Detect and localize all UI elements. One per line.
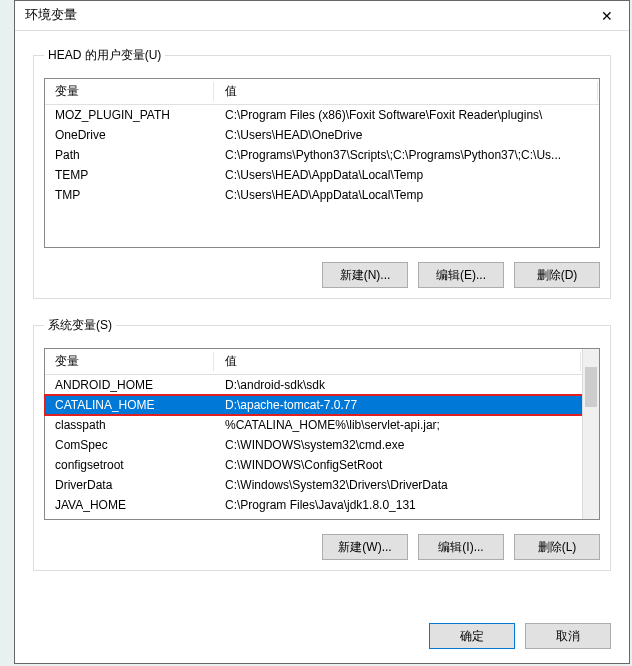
table-row[interactable]: MOZ_PLUGIN_PATHC:\Program Files (x86)\Fo…: [45, 105, 599, 125]
cell-variable: JAVA_HOME: [45, 495, 215, 515]
cell-value: C:\Program Files\Java\jdk1.8.0_131: [215, 495, 582, 515]
cell-value: D:\apache-tomcat-7.0.77: [215, 395, 582, 415]
ok-button[interactable]: 确定: [429, 623, 515, 649]
table-row[interactable]: ANDROID_HOMED:\android-sdk\sdk: [45, 375, 582, 395]
cell-variable: MOZ_PLUGIN_PATH: [45, 105, 215, 125]
cell-variable: configsetroot: [45, 455, 215, 475]
table-row[interactable]: configsetrootC:\WINDOWS\ConfigSetRoot: [45, 455, 582, 475]
column-value[interactable]: 值: [215, 349, 582, 374]
cell-value: C:\Users\HEAD\AppData\Local\Temp: [215, 185, 599, 205]
system-variables-group: 系统变量(S) 变量 值 ANDROID_HOMED:\android-sdk\…: [33, 317, 611, 571]
cell-value: %CATALINA_HOME%\lib\servlet-api.jar;: [215, 415, 582, 435]
table-row[interactable]: CATALINA_HOMED:\apache-tomcat-7.0.77: [45, 395, 582, 415]
cell-value: C:\WINDOWS\ConfigSetRoot: [215, 455, 582, 475]
dialog-footer: 确定 取消: [33, 621, 611, 649]
close-button[interactable]: ✕: [585, 1, 629, 31]
cell-variable: CATALINA_HOME: [45, 395, 215, 415]
user-edit-button[interactable]: 编辑(E)...: [418, 262, 504, 288]
cell-value: C:\Users\HEAD\OneDrive: [215, 125, 599, 145]
system-new-button[interactable]: 新建(W)...: [322, 534, 408, 560]
cell-variable: classpath: [45, 415, 215, 435]
close-icon: ✕: [601, 8, 613, 24]
user-variables-body: MOZ_PLUGIN_PATHC:\Program Files (x86)\Fo…: [45, 105, 599, 205]
scrollbar-thumb[interactable]: [585, 367, 597, 407]
cell-variable: ComSpec: [45, 435, 215, 455]
table-row[interactable]: JAVA_HOMEC:\Program Files\Java\jdk1.8.0_…: [45, 495, 582, 515]
user-variables-listview[interactable]: 变量 值 MOZ_PLUGIN_PATHC:\Program Files (x8…: [44, 78, 600, 248]
column-variable[interactable]: 变量: [45, 79, 215, 104]
listview-header: 变量 值: [45, 349, 582, 375]
table-row[interactable]: DriverDataC:\Windows\System32\Drivers\Dr…: [45, 475, 582, 495]
environment-variables-dialog: 环境变量 ✕ HEAD 的用户变量(U) 变量 值 MOZ_PLUGIN_PAT…: [14, 0, 630, 664]
system-delete-button[interactable]: 删除(L): [514, 534, 600, 560]
table-row[interactable]: TEMPC:\Users\HEAD\AppData\Local\Temp: [45, 165, 599, 185]
column-value[interactable]: 值: [215, 79, 599, 104]
cell-variable: ANDROID_HOME: [45, 375, 215, 395]
system-variables-listview[interactable]: 变量 值 ANDROID_HOMED:\android-sdk\sdkCATAL…: [44, 348, 600, 520]
cell-variable: Path: [45, 145, 215, 165]
system-variables-legend: 系统变量(S): [44, 317, 116, 334]
user-buttons-row: 新建(N)... 编辑(E)... 删除(D): [44, 262, 600, 288]
cancel-button[interactable]: 取消: [525, 623, 611, 649]
cell-variable: TEMP: [45, 165, 215, 185]
table-row[interactable]: classpath%CATALINA_HOME%\lib\servlet-api…: [45, 415, 582, 435]
system-variables-body: ANDROID_HOMED:\android-sdk\sdkCATALINA_H…: [45, 375, 582, 515]
user-delete-button[interactable]: 删除(D): [514, 262, 600, 288]
cell-value: C:\WINDOWS\system32\cmd.exe: [215, 435, 582, 455]
user-variables-group: HEAD 的用户变量(U) 变量 值 MOZ_PLUGIN_PATHC:\Pro…: [33, 47, 611, 299]
cell-value: C:\Program Files (x86)\Foxit Software\Fo…: [215, 105, 599, 125]
table-row[interactable]: PathC:\Programs\Python37\Scripts\;C:\Pro…: [45, 145, 599, 165]
cell-value: C:\Windows\System32\Drivers\DriverData: [215, 475, 582, 495]
cell-value: C:\Users\HEAD\AppData\Local\Temp: [215, 165, 599, 185]
user-variables-legend: HEAD 的用户变量(U): [44, 47, 165, 64]
cell-variable: OneDrive: [45, 125, 215, 145]
cell-value: D:\android-sdk\sdk: [215, 375, 582, 395]
table-row[interactable]: TMPC:\Users\HEAD\AppData\Local\Temp: [45, 185, 599, 205]
table-row[interactable]: OneDriveC:\Users\HEAD\OneDrive: [45, 125, 599, 145]
cell-variable: TMP: [45, 185, 215, 205]
scrollbar[interactable]: [582, 349, 599, 519]
window-title: 环境变量: [25, 7, 77, 24]
system-edit-button[interactable]: 编辑(I)...: [418, 534, 504, 560]
dialog-content: HEAD 的用户变量(U) 变量 值 MOZ_PLUGIN_PATHC:\Pro…: [15, 31, 629, 663]
table-row[interactable]: ComSpecC:\WINDOWS\system32\cmd.exe: [45, 435, 582, 455]
system-buttons-row: 新建(W)... 编辑(I)... 删除(L): [44, 534, 600, 560]
column-variable[interactable]: 变量: [45, 349, 215, 374]
cell-value: C:\Programs\Python37\Scripts\;C:\Program…: [215, 145, 599, 165]
titlebar: 环境变量 ✕: [15, 1, 629, 31]
cell-variable: DriverData: [45, 475, 215, 495]
listview-header: 变量 值: [45, 79, 599, 105]
user-new-button[interactable]: 新建(N)...: [322, 262, 408, 288]
